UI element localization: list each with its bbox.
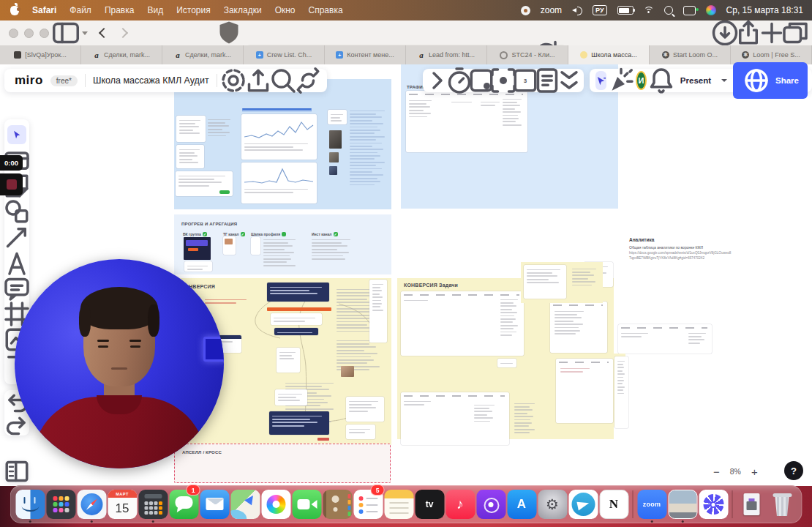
menubar-clock[interactable]: Ср, 15 марта 18:31 xyxy=(726,5,803,15)
apple-menu-icon[interactable] xyxy=(10,6,19,15)
tab-loom-start[interactable]: ✱Start Loom O... xyxy=(650,45,731,64)
timer-icon[interactable] xyxy=(451,72,468,89)
dock-calendar[interactable]: МАРТ 15 xyxy=(108,487,138,522)
forward-button[interactable] xyxy=(113,24,132,42)
canvas-yellow-patch[interactable] xyxy=(521,262,603,303)
share-button[interactable]: Share xyxy=(733,62,808,99)
collapse-icon[interactable] xyxy=(560,72,578,89)
zoom-out-button[interactable]: − xyxy=(713,466,720,478)
zoom-level[interactable]: 8% xyxy=(730,467,741,476)
close-button[interactable] xyxy=(9,29,18,38)
menu-edit[interactable]: Правка xyxy=(105,5,135,15)
input-source-badge[interactable]: РУ xyxy=(593,5,606,15)
menu-window[interactable]: Окно xyxy=(275,5,296,15)
zoom-in-button[interactable]: + xyxy=(751,466,758,478)
webcam-overlay[interactable] xyxy=(15,259,224,468)
recording-stop-button[interactable] xyxy=(0,173,23,195)
dock-notion[interactable]: N xyxy=(599,487,629,522)
dock-settings[interactable]: ⚙ xyxy=(538,487,568,522)
analytics-link[interactable]: https://docs.google.com/spreadsheets/d/1… xyxy=(629,251,733,261)
tab-content-manager[interactable]: +Контент мене... xyxy=(325,45,406,64)
dock-telegram[interactable] xyxy=(568,487,598,522)
dock-podcasts[interactable] xyxy=(476,487,506,522)
dock-launchpad[interactable] xyxy=(46,487,76,522)
export-icon[interactable] xyxy=(249,72,267,89)
tab-stc24[interactable]: STC24 - Кли... xyxy=(487,45,568,64)
dock-trash[interactable] xyxy=(767,487,797,522)
redo-icon[interactable] xyxy=(7,415,26,434)
present-button[interactable]: Present xyxy=(676,73,715,88)
menu-help[interactable]: Справка xyxy=(309,5,343,15)
pen-tool[interactable] xyxy=(7,253,26,272)
dock-facetime[interactable] xyxy=(292,487,322,522)
analytics-note[interactable]: Аналитика Общая таблица аналитики по вор… xyxy=(629,237,733,283)
menu-view[interactable]: Вид xyxy=(147,5,163,15)
siri-icon[interactable] xyxy=(706,5,716,15)
privacy-shield-icon[interactable] xyxy=(219,24,238,42)
frames-count-icon[interactable]: 3 xyxy=(516,72,534,89)
plugin-icon[interactable] xyxy=(299,72,317,89)
tab-miro-board-active[interactable]: Школа масса... xyxy=(568,45,650,64)
miro-logo[interactable]: miro xyxy=(15,73,43,88)
settings-gear-icon[interactable] xyxy=(225,72,242,89)
tab-crew-list[interactable]: +Crew List. Ch... xyxy=(244,45,325,64)
tab-lead-form[interactable]: aLead from: htt... xyxy=(406,45,487,64)
shapes-tool[interactable] xyxy=(7,202,26,221)
tab-amocrm-2[interactable]: aСделки, mark... xyxy=(162,45,244,64)
dock-safari[interactable] xyxy=(77,487,107,522)
share-icon[interactable] xyxy=(739,24,758,42)
celebrate-icon[interactable] xyxy=(612,72,630,89)
dock-photos[interactable] xyxy=(261,487,291,522)
dock-appletv[interactable]: tv xyxy=(415,487,445,522)
new-tab-icon[interactable] xyxy=(762,24,781,42)
help-button[interactable]: ? xyxy=(784,461,803,480)
dock-music[interactable]: ♪ xyxy=(446,487,475,522)
fullscreen-button[interactable] xyxy=(40,29,49,38)
menubar-gear-icon[interactable] xyxy=(521,6,530,15)
volume-icon[interactable] xyxy=(572,7,582,14)
minimize-button[interactable] xyxy=(24,29,34,38)
dock-notes[interactable] xyxy=(384,487,414,522)
dock-contacts[interactable] xyxy=(323,487,353,522)
menubar-zoom-app[interactable]: zoom xyxy=(541,5,562,15)
dock-downloads-file[interactable] xyxy=(737,487,767,522)
menu-bookmarks[interactable]: Закладки xyxy=(224,5,262,15)
present-dropdown-caret[interactable] xyxy=(721,79,727,82)
avatar[interactable]: И xyxy=(636,71,647,90)
dock-messages[interactable]: 1 xyxy=(169,487,199,522)
tab-slvqa[interactable]: [SlvQa]Урок... xyxy=(0,45,81,64)
frames-panel-button[interactable] xyxy=(6,461,28,482)
dock-screenshot-preview[interactable] xyxy=(668,487,698,522)
bell-icon[interactable] xyxy=(653,72,670,89)
select-tool[interactable] xyxy=(7,125,26,144)
dock-loom[interactable] xyxy=(699,487,729,522)
canvas-section-upsell[interactable]: АПСЕЛЛ / КРОСС xyxy=(174,444,391,483)
wifi-icon[interactable] xyxy=(644,7,654,15)
notes-icon[interactable] xyxy=(538,72,556,89)
back-button[interactable] xyxy=(94,24,113,42)
menu-history[interactable]: История xyxy=(176,5,211,15)
battery-icon[interactable] xyxy=(617,6,634,15)
dock-finder[interactable] xyxy=(15,487,45,522)
menu-file[interactable]: Файл xyxy=(69,5,91,15)
cursor-tool-active[interactable] xyxy=(595,71,606,90)
sidebar-icon[interactable] xyxy=(56,24,75,42)
downloads-icon[interactable] xyxy=(715,24,734,42)
export-image-icon[interactable] xyxy=(473,72,490,89)
dock-zoom[interactable]: zoom xyxy=(637,487,667,522)
dock-reminders[interactable]: 5 xyxy=(353,487,383,522)
spotlight-icon[interactable] xyxy=(664,6,673,15)
plan-badge[interactable]: free* xyxy=(50,75,78,86)
dock-calculator[interactable] xyxy=(138,487,168,522)
comment-tool[interactable] xyxy=(7,279,26,298)
dock-appstore[interactable]: A xyxy=(507,487,537,522)
search-icon[interactable] xyxy=(274,72,292,89)
board-title[interactable]: Школа массажа КМЛ Аудит xyxy=(93,75,209,86)
dock-mail[interactable] xyxy=(200,487,230,522)
canvas-section-traffic-screens[interactable] xyxy=(174,79,391,209)
connector-tool[interactable] xyxy=(7,228,26,247)
chevron-right-icon[interactable] xyxy=(429,72,446,89)
report-link[interactable] xyxy=(242,108,312,110)
canvas-section-warmup[interactable]: ПРОГРЕВ И АГРЕГАЦИЯ ВК группа✓ ТГ канал✓… xyxy=(174,214,391,274)
tab-amocrm-1[interactable]: aСделки, mark... xyxy=(81,45,162,64)
